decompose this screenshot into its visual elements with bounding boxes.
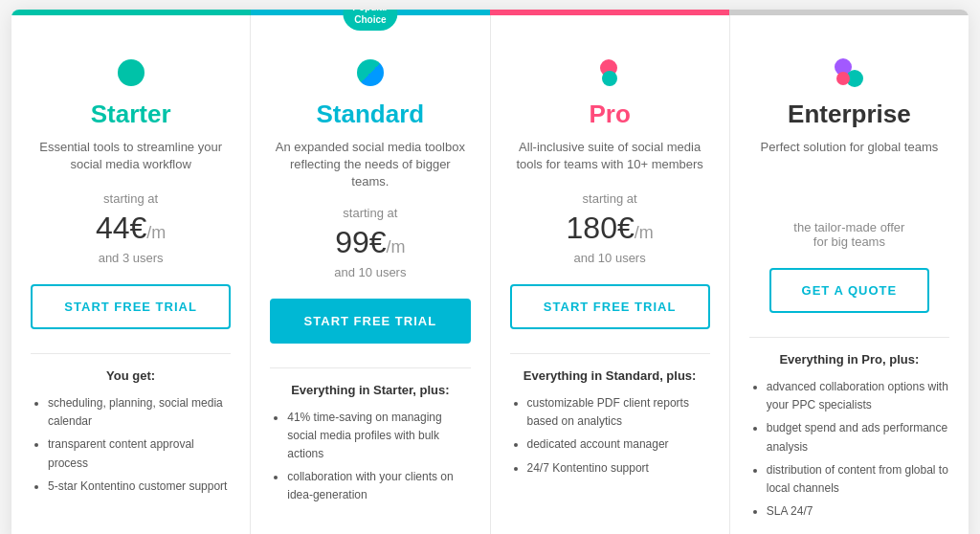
- pro-cta-button[interactable]: START FREE TRIAL: [510, 284, 710, 329]
- pricing-table: Starter Essential tools to streamline yo…: [11, 10, 969, 534]
- list-item: budget spend and ads performance analysi…: [767, 419, 949, 456]
- list-item: distribution of content from global to l…: [767, 461, 949, 498]
- plan-enterprise: Enterprise Perfect solution for global t…: [730, 10, 969, 534]
- starter-users: and 3 users: [31, 251, 231, 265]
- list-item: SLA 24/7: [767, 502, 949, 521]
- standard-cta-button[interactable]: START FREE TRIAL: [270, 299, 470, 344]
- plan-standard: PopularChoice Standard An expanded socia…: [251, 10, 490, 534]
- standard-price-label: starting at: [270, 206, 470, 220]
- starter-name: Starter: [31, 100, 231, 129]
- popular-badge: PopularChoice: [343, 10, 397, 31]
- starter-desc: Essential tools to streamline your socia…: [31, 139, 231, 177]
- pro-price-label: starting at: [510, 191, 710, 206]
- top-bar-starter: [11, 10, 251, 15]
- standard-desc: An expanded social media toolbox reflect…: [270, 139, 470, 191]
- starter-price: 44€/m: [31, 211, 231, 246]
- pro-name: Pro: [510, 100, 710, 129]
- enterprise-features-list: advanced collaboration options with your…: [749, 378, 949, 521]
- standard-features-title: Everything in Starter, plus:: [270, 383, 470, 397]
- top-bar-pro: [490, 10, 729, 15]
- plan-starter: Starter Essential tools to streamline yo…: [11, 10, 251, 534]
- enterprise-features-title: Everything in Pro, plus:: [749, 352, 949, 367]
- list-item: 5-star Kontentino customer support: [48, 478, 231, 496]
- top-bar-enterprise: [729, 10, 969, 15]
- standard-icon: [353, 56, 388, 90]
- enterprise-desc: Perfect solution for global teams: [749, 139, 949, 177]
- pro-icon: [592, 56, 627, 90]
- starter-icon: [114, 56, 148, 90]
- list-item: scheduling, planning, social media calen…: [48, 394, 231, 431]
- pro-desc: All-inclusive suite of social media tool…: [510, 139, 710, 177]
- top-bar: [11, 10, 969, 15]
- list-item: customizable PDF client reports based on…: [527, 394, 710, 431]
- standard-name: Standard: [270, 100, 470, 129]
- plan-pro: Pro All-inclusive suite of social media …: [491, 10, 730, 534]
- standard-price: 99€/m: [270, 225, 470, 260]
- starter-cta-button[interactable]: START FREE TRIAL: [31, 284, 231, 329]
- standard-users: and 10 users: [270, 265, 470, 279]
- list-item: advanced collaboration options with your…: [767, 378, 949, 414]
- starter-price-label: starting at: [31, 191, 231, 206]
- pro-features-title: Everything in Standard, plus:: [510, 368, 710, 383]
- enterprise-tailor: the tailor-made offer for big teams: [749, 220, 949, 249]
- list-item: dedicated account manager: [527, 435, 710, 454]
- starter-features-list: scheduling, planning, social media calen…: [31, 394, 231, 496]
- pro-users: and 10 users: [510, 251, 710, 265]
- enterprise-icon: [832, 56, 866, 90]
- list-item: collaboration with your clients on idea-…: [287, 468, 470, 504]
- list-item: 24/7 Kontentino support: [527, 459, 710, 478]
- starter-features-title: You get:: [31, 368, 231, 383]
- pro-features-list: customizable PDF client reports based on…: [510, 394, 710, 478]
- list-item: transparent content approval process: [48, 435, 231, 472]
- enterprise-name: Enterprise: [749, 100, 949, 129]
- pro-price: 180€/m: [510, 211, 710, 246]
- enterprise-cta-button[interactable]: GET A QUOTE: [769, 268, 929, 313]
- standard-features-list: 41% time-saving on managing social media…: [270, 409, 470, 505]
- list-item: 41% time-saving on managing social media…: [287, 409, 470, 464]
